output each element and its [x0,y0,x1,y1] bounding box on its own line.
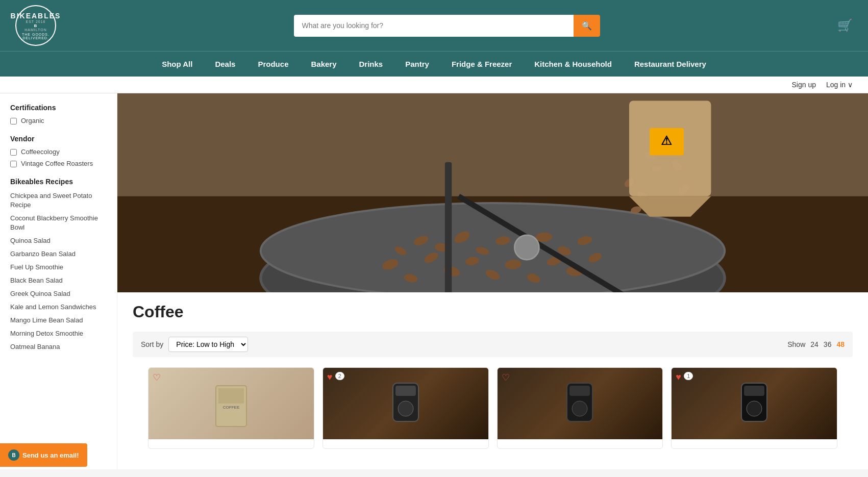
show-36[interactable]: 36 [824,340,832,348]
nav-restaurant-delivery[interactable]: Restaurant Delivery [623,52,717,77]
recipes-title: Bikeables Recipes [10,178,107,186]
site-header: BIKEABLES EST 2016 B HAMILTON THE GOODS.… [0,0,868,51]
svg-rect-35 [445,162,452,292]
search-area: 🔍 [294,15,600,37]
certification-organic[interactable]: Organic [10,117,107,124]
logo-area: BIKEABLES EST 2016 B HAMILTON THE GOODS.… [15,5,56,46]
product-thumbnail [559,375,600,432]
wishlist-button[interactable]: ♥ [676,372,681,383]
auth-bar: Sign up Log in ∨ [0,77,868,93]
sort-select[interactable]: Price: Low to High Price: High to Low Ne… [168,337,248,352]
product-card: ♡ COFFEE [148,367,314,449]
nav-pantry[interactable]: Pantry [394,52,440,77]
search-button[interactable]: 🔍 [574,15,600,37]
nav-shop-all[interactable]: Shop All [151,52,204,77]
svg-text:⚠: ⚠ [661,134,673,147]
page-section: Coffee Sort by Price: Low to High Price:… [117,292,868,454]
recipe-link[interactable]: Black Bean Salad [10,277,63,284]
search-input[interactable] [294,15,574,37]
recipe-link[interactable]: Kale and Lemon Sandwiches [10,303,96,311]
product-image: ♥ 1 [672,368,837,439]
list-item: Fuel Up Smoothie [10,262,107,271]
recipe-link[interactable]: Oatmeal Banana [10,343,60,350]
svg-text:COFFEE: COFFEE [223,405,239,410]
main-nav: Shop All Deals Produce Bakery Drinks Pan… [0,51,868,77]
product-card: ♡ [497,367,663,449]
chevron-down-icon: ∨ [848,81,853,89]
svg-point-51 [747,401,762,416]
list-item: Garbanzo Bean Salad [10,249,107,258]
sort-bar: Sort by Price: Low to High Price: High t… [133,332,853,357]
coffee-hero-svg: ⚠ [117,93,868,292]
svg-point-48 [572,401,587,416]
nav-kitchen-household[interactable]: Kitchen & Household [523,52,623,77]
nav-deals[interactable]: Deals [204,52,246,77]
recipe-link[interactable]: Morning Detox Smoothie [10,330,83,337]
recipe-link[interactable]: Mango Lime Bean Salad [10,316,83,324]
certifications-title: Certifications [10,104,107,112]
wishlist-button[interactable]: ♡ [502,372,510,383]
coffeecology-checkbox[interactable] [10,149,17,156]
product-grid: ♡ COFFEE ♥ 2 [133,367,853,449]
recipes-section: Bikeables Recipes Chickpea and Sweet Pot… [10,178,107,351]
vintage-checkbox[interactable] [10,161,17,167]
product-card: ♥ 1 [671,367,837,449]
signup-link[interactable]: Sign up [791,81,815,89]
heart-count: 2 [335,372,344,380]
sort-by-label: Sort by [141,340,163,348]
recipe-link[interactable]: Quinoa Salad [10,237,51,244]
show-right: Show 24 36 48 [787,340,845,348]
organic-label: Organic [21,117,44,124]
logo[interactable]: BIKEABLES EST 2016 B HAMILTON THE GOODS.… [15,5,56,46]
list-item: Quinoa Salad [10,236,107,245]
sidebar: Certifications Organic Vendor Coffeecolo… [0,93,117,469]
main-content: Certifications Organic Vendor Coffeecolo… [0,93,868,469]
certifications-section: Certifications Organic [10,104,107,124]
organic-checkbox[interactable] [10,118,17,124]
nav-drinks[interactable]: Drinks [348,52,394,77]
heart-count: 1 [684,372,693,380]
recipes-list: Chickpea and Sweet Potato Recipe Coconut… [10,191,107,351]
vendor-coffeecology[interactable]: Coffeecology [10,148,107,156]
list-item: Coconut Blackberry Smoothie Bowl [10,213,107,232]
show-label: Show [787,340,805,348]
product-thumbnail [385,375,426,432]
recipe-link[interactable]: Garbanzo Bean Salad [10,250,76,258]
logo-city: HAMILTON [24,28,47,32]
recipe-link[interactable]: Coconut Blackberry Smoothie Bowl [10,214,98,231]
coffeecology-label: Coffeecology [21,148,60,156]
recipe-link[interactable]: Greek Quinoa Salad [10,290,70,297]
wishlist-button[interactable]: ♡ [153,372,161,383]
list-item: Kale and Lemon Sandwiches [10,302,107,311]
vendor-title: Vendor [10,135,107,143]
svg-rect-47 [569,386,590,396]
vendor-section: Vendor Coffeecology Vintage Coffee Roast… [10,135,107,167]
login-link[interactable]: Log in ∨ [826,81,853,89]
product-image: ♡ [498,368,663,439]
list-item: Mango Lime Bean Salad [10,315,107,324]
email-button[interactable]: B Send us an email! [0,443,87,467]
nav-fridge-freezer[interactable]: Fridge & Freezer [440,52,523,77]
show-24[interactable]: 24 [810,340,819,348]
recipe-link[interactable]: Chickpea and Sweet Potato Recipe [10,192,92,209]
list-item: Greek Quinoa Salad [10,289,107,298]
list-item: Black Bean Salad [10,275,107,285]
wishlist-button[interactable]: ♥ [327,372,333,383]
logo-brand: BIKEABLES [11,12,61,20]
svg-rect-50 [744,386,764,396]
nav-produce[interactable]: Produce [246,52,300,77]
page-title: Coffee [133,303,853,321]
svg-rect-1 [117,93,868,196]
bikeables-mini-logo: B [8,449,19,461]
recipe-link[interactable]: Fuel Up Smoothie [10,263,63,271]
cart-icon[interactable]: 🛒 [837,18,853,33]
list-item: Oatmeal Banana [10,342,107,351]
nav-bakery[interactable]: Bakery [300,52,348,77]
svg-point-34 [514,235,539,260]
content-area: ⚠ Coffee Sort by Price: Low to High Pric… [117,93,868,469]
vendor-vintage[interactable]: Vintage Coffee Roasters [10,160,107,167]
search-icon: 🔍 [582,21,592,30]
svg-point-45 [398,401,413,416]
show-48[interactable]: 48 [836,340,845,348]
sort-left: Sort by Price: Low to High Price: High t… [141,337,248,352]
